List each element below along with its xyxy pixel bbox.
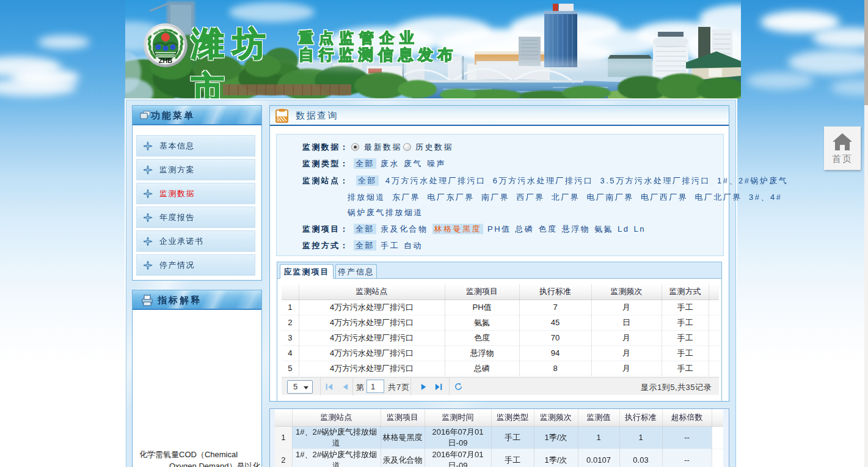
svg-text:ZHB: ZHB (159, 57, 173, 64)
